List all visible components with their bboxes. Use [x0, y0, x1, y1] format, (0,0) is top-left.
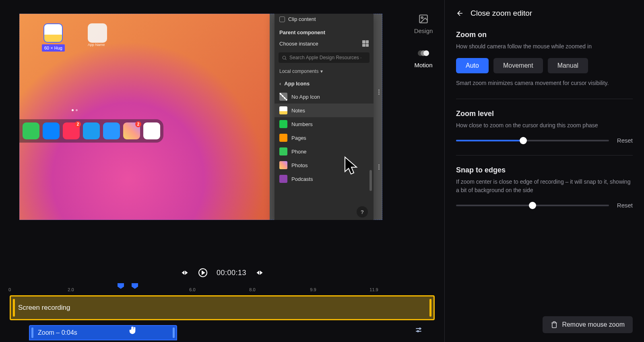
snap-edges-slider[interactable] — [456, 205, 609, 206]
clip-settings-icon[interactable] — [415, 326, 423, 336]
zoom-on-hint: Smart zoom minimizes camera movement for… — [456, 79, 633, 87]
tab-motion[interactable]: Motion — [414, 47, 432, 68]
help-icon[interactable]: ? — [357, 206, 368, 218]
list-item[interactable]: Pages — [275, 131, 374, 145]
zoom-level-description: How close to zoom on the cursor during t… — [456, 121, 633, 130]
app-icons-heading: App Icons — [284, 81, 310, 87]
dock-photos-icon: 2 — [123, 122, 140, 139]
tab-design[interactable]: Design — [414, 13, 433, 34]
track-screen-recording[interactable]: Screen recording — [10, 295, 435, 320]
svg-point-2 — [421, 17, 423, 19]
clip-content-label: Clip content — [288, 16, 316, 22]
svg-point-7 — [419, 328, 421, 329]
svg-point-8 — [417, 331, 419, 332]
remove-mouse-zoom-button[interactable]: Remove mouse zoom — [543, 316, 633, 333]
snap-edges-heading: Snap to edges — [456, 166, 633, 174]
chevron-down-icon: ▾ — [320, 68, 323, 74]
dock-mail-icon — [83, 122, 100, 139]
local-components-dropdown[interactable]: Local components▾ — [275, 65, 374, 77]
selected-app-icon — [43, 23, 63, 43]
zoom-mode-movement[interactable]: Movement — [493, 58, 543, 73]
dock-music-icon: 2 — [63, 122, 80, 139]
grid-view-icon[interactable] — [362, 40, 369, 47]
dock: 2 2 — [19, 119, 163, 143]
parent-component-heading: Parent component — [275, 25, 374, 37]
playhead-marker[interactable] — [132, 283, 138, 289]
list-item[interactable]: No App Icon — [275, 90, 374, 104]
back-icon[interactable]: ‹ — [279, 81, 281, 87]
zoom-mode-manual[interactable]: Manual — [548, 58, 588, 73]
svg-point-5 — [423, 50, 429, 56]
zoom-level-reset-button[interactable]: Reset — [617, 137, 633, 144]
dock-messages-icon — [23, 122, 39, 139]
app-name-label: App Name — [88, 43, 105, 47]
snap-edges-reset-button[interactable]: Reset — [617, 202, 633, 209]
forward-button[interactable] — [255, 269, 264, 276]
track-label: Screen recording — [18, 304, 70, 312]
track-label: Zoom – 0:04s — [38, 329, 77, 336]
app-icon-placeholder — [88, 23, 107, 43]
motion-icon — [417, 47, 429, 59]
clip-content-checkbox[interactable] — [279, 17, 285, 22]
svg-point-0 — [283, 56, 286, 59]
panel-scrollbar[interactable] — [369, 170, 372, 191]
snap-edges-description: If zoom center is close to edge of recor… — [456, 178, 633, 195]
close-zoom-editor-button[interactable]: Close zoom editor — [456, 9, 633, 18]
zoom-mode-auto[interactable]: Auto — [456, 58, 489, 73]
instance-search-input[interactable]: Search Apple Design Resources · — [279, 52, 369, 63]
choose-instance-label[interactable]: Choose instance — [279, 41, 318, 47]
list-item[interactable]: Notes — [275, 104, 374, 117]
rewind-button[interactable] — [180, 269, 189, 276]
preview-canvas: 60 × Hug App Name 2 2 Clip content Paren… — [0, 0, 402, 265]
zoom-on-heading: Zoom on — [456, 31, 633, 39]
play-button[interactable] — [198, 268, 208, 278]
dock-safari-icon — [43, 122, 60, 139]
selection-size-badge: 60 × Hug — [42, 44, 65, 52]
dock-files-icon — [103, 122, 120, 139]
zoom-level-slider[interactable] — [456, 140, 609, 141]
timeline-ruler[interactable]: 0 2.0 6.0 8.0 9.9 11.9 — [10, 284, 435, 295]
zoom-level-heading: Zoom level — [456, 110, 633, 118]
arrow-left-icon — [456, 9, 464, 17]
image-icon — [417, 13, 429, 25]
track-zoom-clip[interactable]: Zoom – 0:04s — [29, 325, 177, 340]
playback-time: 00:00:13 — [217, 269, 246, 277]
playhead-marker[interactable] — [118, 283, 124, 289]
list-item[interactable]: Numbers — [275, 117, 374, 131]
cursor-arrow-icon — [343, 155, 359, 176]
figma-instance-panel: Clip content Parent component Choose ins… — [275, 14, 374, 220]
dock-notes-icon — [143, 122, 160, 139]
zoom-on-description: How should camera follow the mouse while… — [456, 42, 633, 51]
grab-hand-icon[interactable] — [128, 326, 137, 336]
trash-icon — [551, 321, 558, 328]
